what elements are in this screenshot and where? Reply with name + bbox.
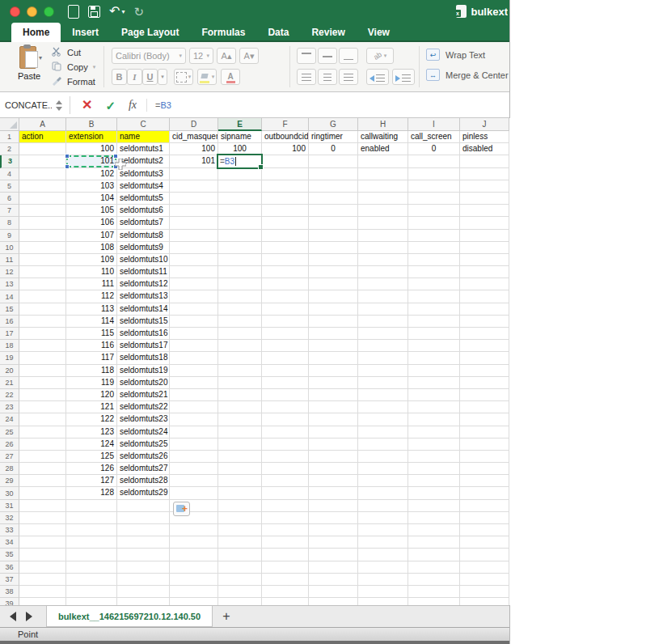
cell-G5[interactable] — [309, 180, 358, 193]
cell-D24[interactable] — [170, 413, 218, 426]
cell-B19[interactable]: 117 — [66, 352, 117, 364]
cell-D34[interactable] — [170, 536, 218, 549]
cell-J3[interactable] — [460, 155, 509, 167]
cell-D2[interactable]: 100 — [170, 143, 218, 155]
cell-A12[interactable] — [19, 266, 66, 278]
cell-B15[interactable]: 113 — [66, 303, 117, 316]
cell-C31[interactable] — [117, 500, 170, 512]
align-center-button[interactable] — [318, 69, 337, 85]
cell-H10[interactable] — [358, 242, 408, 254]
cell-E11[interactable] — [218, 254, 262, 266]
cell-H14[interactable] — [358, 290, 408, 303]
cell-H21[interactable] — [358, 377, 408, 389]
row-header-7[interactable]: 7 — [0, 205, 19, 217]
cell-B37[interactable] — [66, 574, 117, 586]
cell-C7[interactable]: seldomtuts6 — [117, 205, 170, 217]
cell-B23[interactable]: 121 — [66, 401, 117, 413]
cell-J11[interactable] — [460, 254, 509, 266]
cell-C20[interactable]: seldomtuts19 — [117, 365, 170, 377]
cell-I26[interactable] — [408, 439, 460, 451]
cell-A33[interactable] — [19, 524, 66, 536]
cell-B2[interactable]: 100 — [66, 143, 117, 155]
previous-sheet-arrow-icon[interactable] — [10, 612, 16, 621]
confirm-entry-icon[interactable]: ✓ — [99, 100, 122, 112]
cell-J4[interactable] — [460, 168, 509, 180]
row-header-23[interactable]: 23 — [0, 401, 19, 413]
row-header-17[interactable]: 17 — [0, 328, 19, 340]
cell-B28[interactable]: 126 — [66, 463, 117, 475]
cell-C29[interactable]: seldomtuts28 — [117, 475, 170, 487]
cell-A22[interactable] — [19, 389, 66, 401]
cell-C14[interactable]: seldomtuts13 — [117, 290, 170, 303]
cell-A8[interactable] — [19, 217, 66, 229]
row-header-15[interactable]: 15 — [0, 303, 19, 316]
cell-F19[interactable] — [262, 352, 309, 364]
cell-F28[interactable] — [262, 463, 309, 475]
row-header-19[interactable]: 19 — [0, 352, 19, 364]
cell-D1[interactable]: cid_masquer — [170, 131, 218, 143]
cell-F13[interactable] — [262, 278, 309, 290]
row-header-39[interactable]: 39 — [0, 598, 19, 605]
cell-D28[interactable] — [170, 463, 218, 475]
row-header-13[interactable]: 13 — [0, 278, 19, 290]
cell-J13[interactable] — [460, 278, 509, 290]
column-header-G[interactable]: G — [309, 118, 358, 131]
cell-F18[interactable] — [262, 340, 309, 352]
cell-F23[interactable] — [262, 401, 309, 413]
cell-J2[interactable]: disabled — [460, 143, 509, 155]
cell-D37[interactable] — [170, 574, 218, 586]
row-header-6[interactable]: 6 — [0, 193, 19, 205]
cell-H31[interactable] — [358, 500, 408, 512]
cell-H5[interactable] — [358, 180, 408, 193]
cell-G24[interactable] — [309, 413, 358, 426]
cell-A30[interactable] — [19, 487, 66, 499]
cell-J37[interactable] — [460, 574, 509, 586]
cell-I36[interactable] — [408, 561, 460, 574]
cell-G31[interactable] — [309, 500, 358, 512]
cell-H23[interactable] — [358, 401, 408, 413]
row-header-35[interactable]: 35 — [0, 549, 19, 561]
cell-F27[interactable] — [262, 451, 309, 463]
row-header-31[interactable]: 31 — [0, 500, 19, 512]
row-header-26[interactable]: 26 — [0, 439, 19, 451]
cell-G8[interactable] — [309, 217, 358, 229]
cell-F29[interactable] — [262, 475, 309, 487]
cell-A11[interactable] — [19, 254, 66, 266]
merge-center-button[interactable]: ↔ Merge & Center — [426, 69, 509, 81]
cell-A38[interactable] — [19, 586, 66, 598]
cell-E13[interactable] — [218, 278, 262, 290]
increase-indent-button[interactable] — [392, 69, 415, 85]
cell-I19[interactable] — [408, 352, 460, 364]
cell-I3[interactable] — [408, 155, 460, 167]
align-middle-button[interactable] — [318, 48, 337, 64]
cell-F26[interactable] — [262, 439, 309, 451]
cell-A19[interactable] — [19, 352, 66, 364]
cell-G35[interactable] — [309, 549, 358, 561]
cell-D19[interactable] — [170, 352, 218, 364]
align-left-button[interactable] — [297, 69, 316, 85]
row-header-14[interactable]: 14 — [0, 290, 19, 303]
cell-D10[interactable] — [170, 242, 218, 254]
zoom-window-button[interactable] — [44, 6, 54, 17]
cell-I1[interactable]: call_screen — [408, 131, 460, 143]
cell-D36[interactable] — [170, 561, 218, 574]
cell-F21[interactable] — [262, 377, 309, 389]
cell-I7[interactable] — [408, 205, 460, 217]
cell-C2[interactable]: seldomtuts1 — [117, 143, 170, 155]
row-header-25[interactable]: 25 — [0, 426, 19, 439]
font-color-button[interactable]: A — [221, 69, 240, 85]
cell-A39[interactable] — [19, 598, 66, 605]
cell-E29[interactable] — [218, 475, 262, 487]
cell-F30[interactable] — [262, 487, 309, 499]
cell-F5[interactable] — [262, 180, 309, 193]
cell-I27[interactable] — [408, 451, 460, 463]
sheet-tab[interactable]: bulkext__146215697210.12.140.50 — [46, 606, 213, 627]
cell-B31[interactable] — [66, 500, 117, 512]
cell-D22[interactable] — [170, 389, 218, 401]
cell-I20[interactable] — [408, 365, 460, 377]
cell-I11[interactable] — [408, 254, 460, 266]
cell-D39[interactable] — [170, 598, 218, 605]
cell-D35[interactable] — [170, 549, 218, 561]
cell-A1[interactable]: action — [19, 131, 66, 143]
cell-F32[interactable] — [262, 512, 309, 524]
